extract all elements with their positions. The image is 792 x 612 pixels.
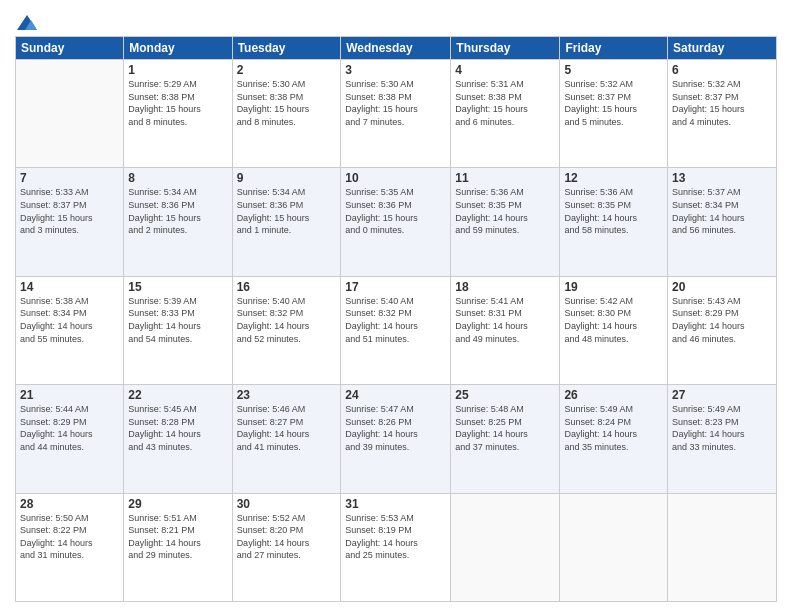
day-number: 6 xyxy=(672,63,772,77)
day-info: Sunrise: 5:35 AMSunset: 8:36 PMDaylight:… xyxy=(345,186,446,236)
calendar-cell: 15Sunrise: 5:39 AMSunset: 8:33 PMDayligh… xyxy=(124,276,232,384)
day-info: Sunrise: 5:47 AMSunset: 8:26 PMDaylight:… xyxy=(345,403,446,453)
calendar-cell xyxy=(560,493,668,601)
day-info: Sunrise: 5:30 AMSunset: 8:38 PMDaylight:… xyxy=(237,78,337,128)
day-number: 30 xyxy=(237,497,337,511)
day-info: Sunrise: 5:29 AMSunset: 8:38 PMDaylight:… xyxy=(128,78,227,128)
day-number: 29 xyxy=(128,497,227,511)
day-info: Sunrise: 5:49 AMSunset: 8:23 PMDaylight:… xyxy=(672,403,772,453)
day-number: 1 xyxy=(128,63,227,77)
day-info: Sunrise: 5:42 AMSunset: 8:30 PMDaylight:… xyxy=(564,295,663,345)
day-number: 15 xyxy=(128,280,227,294)
day-info: Sunrise: 5:51 AMSunset: 8:21 PMDaylight:… xyxy=(128,512,227,562)
day-info: Sunrise: 5:39 AMSunset: 8:33 PMDaylight:… xyxy=(128,295,227,345)
day-info: Sunrise: 5:36 AMSunset: 8:35 PMDaylight:… xyxy=(564,186,663,236)
calendar-cell: 3Sunrise: 5:30 AMSunset: 8:38 PMDaylight… xyxy=(341,60,451,168)
day-info: Sunrise: 5:45 AMSunset: 8:28 PMDaylight:… xyxy=(128,403,227,453)
day-info: Sunrise: 5:40 AMSunset: 8:32 PMDaylight:… xyxy=(237,295,337,345)
calendar-cell: 14Sunrise: 5:38 AMSunset: 8:34 PMDayligh… xyxy=(16,276,124,384)
calendar-cell: 27Sunrise: 5:49 AMSunset: 8:23 PMDayligh… xyxy=(668,385,777,493)
calendar-cell: 4Sunrise: 5:31 AMSunset: 8:38 PMDaylight… xyxy=(451,60,560,168)
calendar-cell: 1Sunrise: 5:29 AMSunset: 8:38 PMDaylight… xyxy=(124,60,232,168)
day-number: 21 xyxy=(20,388,119,402)
day-number: 5 xyxy=(564,63,663,77)
weekday-header-thursday: Thursday xyxy=(451,37,560,60)
day-number: 16 xyxy=(237,280,337,294)
day-info: Sunrise: 5:34 AMSunset: 8:36 PMDaylight:… xyxy=(128,186,227,236)
day-info: Sunrise: 5:46 AMSunset: 8:27 PMDaylight:… xyxy=(237,403,337,453)
day-info: Sunrise: 5:32 AMSunset: 8:37 PMDaylight:… xyxy=(564,78,663,128)
day-info: Sunrise: 5:38 AMSunset: 8:34 PMDaylight:… xyxy=(20,295,119,345)
weekday-header-row: SundayMondayTuesdayWednesdayThursdayFrid… xyxy=(16,37,777,60)
day-number: 24 xyxy=(345,388,446,402)
day-info: Sunrise: 5:36 AMSunset: 8:35 PMDaylight:… xyxy=(455,186,555,236)
day-number: 12 xyxy=(564,171,663,185)
weekday-header-friday: Friday xyxy=(560,37,668,60)
calendar-cell: 16Sunrise: 5:40 AMSunset: 8:32 PMDayligh… xyxy=(232,276,341,384)
calendar-row-2: 14Sunrise: 5:38 AMSunset: 8:34 PMDayligh… xyxy=(16,276,777,384)
day-info: Sunrise: 5:50 AMSunset: 8:22 PMDaylight:… xyxy=(20,512,119,562)
calendar-cell: 11Sunrise: 5:36 AMSunset: 8:35 PMDayligh… xyxy=(451,168,560,276)
weekday-header-wednesday: Wednesday xyxy=(341,37,451,60)
day-number: 28 xyxy=(20,497,119,511)
day-info: Sunrise: 5:32 AMSunset: 8:37 PMDaylight:… xyxy=(672,78,772,128)
calendar-cell: 20Sunrise: 5:43 AMSunset: 8:29 PMDayligh… xyxy=(668,276,777,384)
day-number: 25 xyxy=(455,388,555,402)
day-number: 20 xyxy=(672,280,772,294)
calendar-cell: 29Sunrise: 5:51 AMSunset: 8:21 PMDayligh… xyxy=(124,493,232,601)
calendar-cell: 5Sunrise: 5:32 AMSunset: 8:37 PMDaylight… xyxy=(560,60,668,168)
calendar-cell: 30Sunrise: 5:52 AMSunset: 8:20 PMDayligh… xyxy=(232,493,341,601)
calendar-cell: 17Sunrise: 5:40 AMSunset: 8:32 PMDayligh… xyxy=(341,276,451,384)
day-number: 8 xyxy=(128,171,227,185)
day-info: Sunrise: 5:33 AMSunset: 8:37 PMDaylight:… xyxy=(20,186,119,236)
day-number: 13 xyxy=(672,171,772,185)
weekday-header-monday: Monday xyxy=(124,37,232,60)
weekday-header-tuesday: Tuesday xyxy=(232,37,341,60)
page: SundayMondayTuesdayWednesdayThursdayFrid… xyxy=(0,0,792,612)
calendar-cell: 22Sunrise: 5:45 AMSunset: 8:28 PMDayligh… xyxy=(124,385,232,493)
calendar-cell xyxy=(451,493,560,601)
day-number: 7 xyxy=(20,171,119,185)
calendar-table: SundayMondayTuesdayWednesdayThursdayFrid… xyxy=(15,36,777,602)
calendar-cell: 12Sunrise: 5:36 AMSunset: 8:35 PMDayligh… xyxy=(560,168,668,276)
calendar-cell: 6Sunrise: 5:32 AMSunset: 8:37 PMDaylight… xyxy=(668,60,777,168)
calendar-row-3: 21Sunrise: 5:44 AMSunset: 8:29 PMDayligh… xyxy=(16,385,777,493)
day-info: Sunrise: 5:53 AMSunset: 8:19 PMDaylight:… xyxy=(345,512,446,562)
day-info: Sunrise: 5:48 AMSunset: 8:25 PMDaylight:… xyxy=(455,403,555,453)
day-number: 23 xyxy=(237,388,337,402)
calendar-cell: 26Sunrise: 5:49 AMSunset: 8:24 PMDayligh… xyxy=(560,385,668,493)
calendar-cell: 19Sunrise: 5:42 AMSunset: 8:30 PMDayligh… xyxy=(560,276,668,384)
logo-icon xyxy=(17,10,37,30)
calendar-cell xyxy=(16,60,124,168)
day-number: 14 xyxy=(20,280,119,294)
day-info: Sunrise: 5:49 AMSunset: 8:24 PMDaylight:… xyxy=(564,403,663,453)
calendar-cell: 28Sunrise: 5:50 AMSunset: 8:22 PMDayligh… xyxy=(16,493,124,601)
day-info: Sunrise: 5:52 AMSunset: 8:20 PMDaylight:… xyxy=(237,512,337,562)
day-info: Sunrise: 5:41 AMSunset: 8:31 PMDaylight:… xyxy=(455,295,555,345)
day-info: Sunrise: 5:31 AMSunset: 8:38 PMDaylight:… xyxy=(455,78,555,128)
logo xyxy=(15,10,37,30)
day-number: 31 xyxy=(345,497,446,511)
calendar-cell: 2Sunrise: 5:30 AMSunset: 8:38 PMDaylight… xyxy=(232,60,341,168)
day-number: 22 xyxy=(128,388,227,402)
day-number: 10 xyxy=(345,171,446,185)
day-number: 19 xyxy=(564,280,663,294)
day-info: Sunrise: 5:30 AMSunset: 8:38 PMDaylight:… xyxy=(345,78,446,128)
day-number: 17 xyxy=(345,280,446,294)
calendar-cell: 9Sunrise: 5:34 AMSunset: 8:36 PMDaylight… xyxy=(232,168,341,276)
day-number: 18 xyxy=(455,280,555,294)
day-number: 9 xyxy=(237,171,337,185)
calendar-cell: 23Sunrise: 5:46 AMSunset: 8:27 PMDayligh… xyxy=(232,385,341,493)
calendar-cell: 24Sunrise: 5:47 AMSunset: 8:26 PMDayligh… xyxy=(341,385,451,493)
calendar-cell: 18Sunrise: 5:41 AMSunset: 8:31 PMDayligh… xyxy=(451,276,560,384)
day-number: 27 xyxy=(672,388,772,402)
day-number: 11 xyxy=(455,171,555,185)
header xyxy=(15,10,777,30)
calendar-cell: 25Sunrise: 5:48 AMSunset: 8:25 PMDayligh… xyxy=(451,385,560,493)
calendar-cell: 7Sunrise: 5:33 AMSunset: 8:37 PMDaylight… xyxy=(16,168,124,276)
day-number: 2 xyxy=(237,63,337,77)
calendar-cell: 21Sunrise: 5:44 AMSunset: 8:29 PMDayligh… xyxy=(16,385,124,493)
calendar-cell: 10Sunrise: 5:35 AMSunset: 8:36 PMDayligh… xyxy=(341,168,451,276)
calendar-row-4: 28Sunrise: 5:50 AMSunset: 8:22 PMDayligh… xyxy=(16,493,777,601)
day-number: 26 xyxy=(564,388,663,402)
